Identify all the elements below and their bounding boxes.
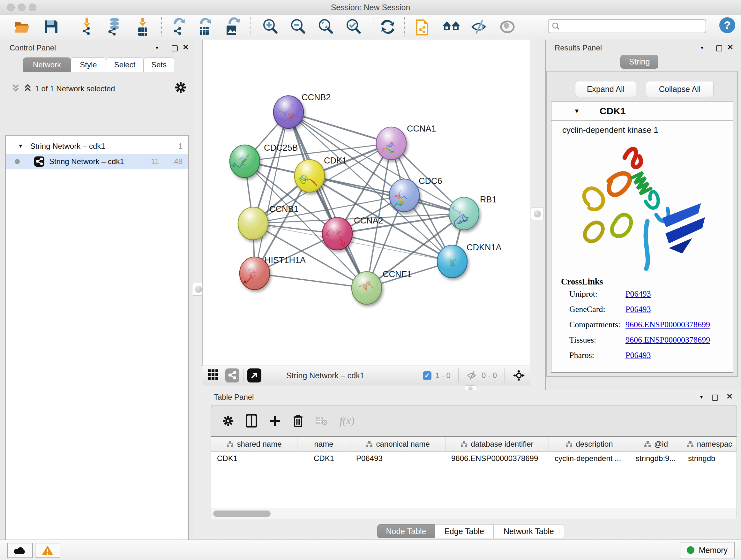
network-node-CDC6[interactable] xyxy=(389,179,419,212)
tab-select[interactable]: Select xyxy=(106,57,144,72)
table-row[interactable]: CDK1 CDK1 P06493 9606.ENSP00000378699 cy… xyxy=(211,452,737,465)
network-node-CCNE1[interactable] xyxy=(352,272,382,304)
string-show-glass-button[interactable] xyxy=(497,17,518,37)
table-card: f(x) shared name name canonical name dat… xyxy=(211,405,737,518)
cloud-status-button[interactable] xyxy=(7,543,33,558)
tab-network-table[interactable]: Network Table xyxy=(493,524,564,538)
scrollbar-thumb[interactable] xyxy=(213,510,271,517)
cell-name[interactable]: CDK1 xyxy=(297,452,350,465)
cell-id[interactable]: stringdb:9... xyxy=(630,452,682,465)
tab-string[interactable]: String xyxy=(620,55,658,69)
memory-button[interactable]: Memory xyxy=(680,542,735,558)
cell-namespace[interactable]: stringdb xyxy=(682,452,737,465)
horizontal-scrollbar[interactable] xyxy=(211,508,737,519)
warnings-button[interactable] xyxy=(35,543,60,558)
export-table-button[interactable] xyxy=(194,17,214,37)
zoom-in-icon xyxy=(261,18,279,36)
table-panel-close-button[interactable]: ✕ xyxy=(726,392,733,401)
results-panel-float-button[interactable] xyxy=(716,45,722,51)
network-node-CCNA1[interactable] xyxy=(376,127,406,160)
results-panel-menu-button[interactable]: ▾ xyxy=(701,45,703,51)
crosslink-value[interactable]: P06493 xyxy=(625,289,651,299)
expand-all-button[interactable]: Expand All xyxy=(575,81,636,97)
selected-checkbox-icon[interactable]: ✓ xyxy=(423,371,431,380)
cell-database-identifier[interactable]: 9606.ENSP00000378699 xyxy=(446,452,549,465)
add-column-icon[interactable] xyxy=(269,415,281,427)
crosslink-value[interactable]: P06493 xyxy=(625,351,651,360)
network-edge[interactable] xyxy=(255,273,367,288)
open-session-button[interactable] xyxy=(12,17,32,37)
column-header[interactable]: database identifier xyxy=(446,437,549,451)
right-splitter-handle[interactable] xyxy=(531,207,544,220)
results-panel-close-button[interactable]: ✕ xyxy=(727,43,733,52)
export-network-button[interactable] xyxy=(169,17,189,37)
network-node-CCNA2[interactable] xyxy=(322,217,352,250)
crosslink-value[interactable]: 9606.ENSP00000378699 xyxy=(625,320,710,329)
network-edge[interactable] xyxy=(255,112,288,273)
crosslink-value[interactable]: 9606.ENSP00000378699 xyxy=(625,335,710,345)
grid-view-button[interactable] xyxy=(207,368,219,382)
network-node-CDC25B[interactable] xyxy=(230,145,260,178)
refresh-button[interactable] xyxy=(378,17,398,37)
zoom-fit-button[interactable] xyxy=(316,17,336,37)
tab-network[interactable]: Network xyxy=(23,57,71,72)
network-node-CCNB1[interactable] xyxy=(238,207,268,240)
show-columns-icon[interactable] xyxy=(246,414,257,428)
table-panel-float-button[interactable] xyxy=(712,395,718,401)
column-header[interactable]: @id xyxy=(630,437,682,451)
cell-shared-name[interactable]: CDK1 xyxy=(211,452,297,465)
tab-sets[interactable]: Sets xyxy=(144,57,174,72)
navigate-crosshair-icon[interactable] xyxy=(513,369,525,382)
import-table-button[interactable] xyxy=(132,17,153,37)
network-node-CDKN1A[interactable] xyxy=(437,245,467,278)
eye-icon xyxy=(499,19,516,35)
search-input[interactable] xyxy=(560,22,695,30)
zoom-selected-button[interactable] xyxy=(343,17,364,37)
column-header[interactable]: shared name xyxy=(211,437,297,451)
collapse-all-button[interactable]: Collapse All xyxy=(646,81,714,97)
network-edge[interactable] xyxy=(288,112,391,143)
column-header[interactable]: description xyxy=(549,437,630,451)
column-header[interactable]: name xyxy=(297,437,350,451)
export-image-button[interactable] xyxy=(221,17,242,37)
save-session-button[interactable] xyxy=(41,17,61,37)
tab-style[interactable]: Style xyxy=(71,57,106,72)
tab-edge-table[interactable]: Edge Table xyxy=(435,524,493,538)
network-row[interactable]: String Network – cdk1 11 48 xyxy=(6,154,188,169)
protein-structure-image xyxy=(567,138,717,275)
network-view-mode-button[interactable] xyxy=(225,368,239,382)
tab-node-table[interactable]: Node Table xyxy=(377,524,435,538)
search-field[interactable] xyxy=(548,19,706,33)
cell-canonical-name[interactable]: P06493 xyxy=(350,452,446,465)
network-canvas[interactable]: CCNB2CCNA1CDC25BCDK1CDC6RB1CCNB1CCNA2CDK… xyxy=(202,40,530,366)
zoom-fit-icon xyxy=(317,18,335,36)
import-network-file-button[interactable] xyxy=(77,17,97,37)
network-node-RB1[interactable] xyxy=(449,197,479,230)
export-network-icon xyxy=(170,17,188,37)
column-header[interactable]: namespac xyxy=(682,437,737,451)
column-header[interactable]: canonical name xyxy=(350,437,446,451)
zoom-out-button[interactable] xyxy=(288,17,308,37)
string-hide-glass-button[interactable] xyxy=(469,17,489,37)
cell-description[interactable]: cyclin-dependent ... xyxy=(549,452,630,465)
control-panel-float-button[interactable] xyxy=(172,45,178,51)
help-button[interactable]: ? xyxy=(719,17,736,35)
collapse-triangle-icon[interactable]: ▼ xyxy=(574,108,580,115)
network-options-button[interactable] xyxy=(175,82,186,95)
expand-triangle-icon[interactable]: ▼ xyxy=(18,143,23,149)
zoom-in-button[interactable] xyxy=(260,17,280,37)
string-import-button[interactable] xyxy=(412,17,433,37)
import-network-database-button[interactable] xyxy=(104,17,124,37)
table-panel-menu-button[interactable]: ▾ xyxy=(700,394,703,400)
network-collection-row[interactable]: ▼ String Network – cdk1 1 xyxy=(6,138,188,154)
control-panel-close-button[interactable]: ✕ xyxy=(183,43,189,52)
string-home-button[interactable] xyxy=(441,17,461,37)
network-node-CCNB2[interactable] xyxy=(273,96,304,128)
network-node-CDK1[interactable] xyxy=(294,160,325,192)
crosslink-value[interactable]: P06493 xyxy=(625,305,651,314)
control-panel-menu-button[interactable]: ▾ xyxy=(156,45,158,51)
delete-column-icon[interactable] xyxy=(293,415,303,427)
birds-eye-view-button[interactable] xyxy=(247,368,261,382)
table-options-gear-icon[interactable] xyxy=(223,415,233,426)
node-result-header[interactable]: ▼ CDK1 xyxy=(551,102,733,121)
